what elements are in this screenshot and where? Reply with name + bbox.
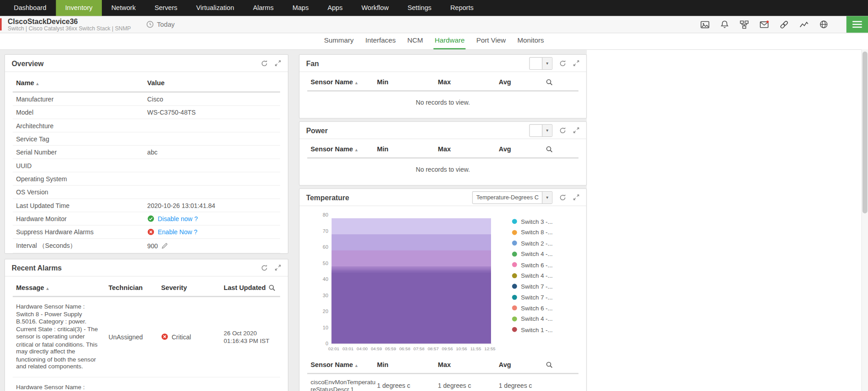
expand-icon[interactable] [573, 127, 580, 134]
column-sensor-name[interactable]: Sensor Name▴ [310, 145, 377, 153]
column-avg[interactable]: Avg [499, 145, 546, 153]
expand-icon[interactable] [275, 264, 281, 271]
globe-icon[interactable] [819, 20, 828, 29]
screenshot-icon[interactable] [700, 19, 710, 29]
expand-icon[interactable] [573, 194, 580, 201]
legend-label: Switch 1 -... [521, 326, 553, 333]
column-severity[interactable]: Severity [161, 284, 224, 291]
nav-item-apps[interactable]: Apps [318, 0, 352, 16]
search-icon[interactable] [268, 284, 276, 291]
field-link[interactable]: Disable now ? [158, 215, 198, 222]
legend-item[interactable]: Switch 6 -... [512, 259, 553, 270]
nav-item-servers[interactable]: Servers [145, 0, 187, 16]
column-avg[interactable]: Avg [499, 361, 546, 368]
field-value: Disable now ? [147, 215, 277, 222]
search-icon[interactable] [546, 361, 553, 368]
svg-text:11:55: 11:55 [470, 346, 481, 351]
chevron-down-icon: ▾ [542, 192, 552, 203]
alarm-icon[interactable] [720, 20, 729, 29]
edit-icon[interactable] [161, 242, 168, 250]
refresh-icon[interactable] [559, 59, 566, 67]
device-snapshot-icon[interactable] [739, 19, 749, 29]
alarm-message: Hardware Sensor Name : Switch 8 - Power … [16, 303, 108, 371]
chevron-down-icon: ▾ [542, 58, 552, 69]
device-name: CIscoStackDevice36 [8, 17, 131, 25]
search-icon[interactable] [546, 145, 553, 153]
expand-icon[interactable] [275, 60, 281, 67]
legend-item[interactable]: Switch 7 -... [512, 292, 553, 303]
temperature-unit-select[interactable]: Temperature-Degrees C▾ [472, 191, 553, 203]
mail-icon[interactable] [759, 19, 769, 29]
legend-item[interactable]: Switch 8 -... [512, 227, 553, 238]
search-icon[interactable] [546, 78, 553, 86]
column-max[interactable]: Max [438, 145, 499, 153]
device-tab-bar: SummaryInterfacesNCMHardwarePort ViewMon… [0, 33, 868, 50]
legend-item[interactable]: Switch 2 -... [512, 238, 553, 249]
column-value[interactable]: Value [147, 79, 164, 87]
table-header-row: Name▴ Value [13, 74, 280, 92]
tab-monitors[interactable]: Monitors [516, 33, 545, 49]
column-max[interactable]: Max [438, 78, 499, 86]
field-link[interactable]: Enable Now ? [158, 229, 198, 236]
refresh-icon[interactable] [261, 59, 268, 67]
column-sensor-name[interactable]: Sensor Name▴ [310, 78, 377, 86]
column-last-updated[interactable]: Last Updated [224, 284, 268, 291]
table-row: ciscoEnvMonTemperatureStatusDescr.1 1 de… [307, 374, 578, 391]
panel-tools [261, 59, 281, 67]
nav-item-reports[interactable]: Reports [441, 0, 483, 16]
panel-tools: ▾ [529, 57, 579, 69]
svg-text:04:59: 04:59 [371, 346, 382, 351]
nav-item-dashboard[interactable]: Dashboard [5, 0, 56, 16]
refresh-icon[interactable] [559, 127, 566, 134]
nav-item-settings[interactable]: Settings [398, 0, 441, 16]
tab-port-view[interactable]: Port View [475, 33, 507, 49]
power-view-select[interactable]: ▾ [529, 124, 552, 136]
legend-item[interactable]: Switch 4 -... [512, 270, 553, 281]
scrollbar[interactable] [861, 49, 868, 391]
time-filter[interactable]: Today [147, 20, 175, 28]
legend-item[interactable]: Switch 4 -... [512, 314, 553, 324]
column-sensor-name[interactable]: Sensor Name▴ [310, 361, 377, 368]
panel-header: Temperature Temperature-Degrees C▾ [300, 189, 587, 206]
tab-summary[interactable]: Summary [323, 33, 355, 49]
refresh-icon[interactable] [559, 194, 566, 201]
nav-item-virtualization[interactable]: Virtualization [187, 0, 243, 16]
cross-circle-icon [147, 228, 154, 236]
min-cell: 1 degrees c [377, 382, 438, 389]
tab-hardware[interactable]: Hardware [434, 33, 466, 49]
column-message[interactable]: Message▴ [16, 284, 108, 291]
column-technician[interactable]: Technician [109, 284, 161, 291]
field-value: Enable Now ? [147, 228, 277, 236]
menu-button[interactable] [846, 16, 868, 33]
tab-interfaces[interactable]: Interfaces [364, 33, 397, 49]
tab-ncm[interactable]: NCM [406, 33, 424, 49]
svg-text:04:00: 04:00 [357, 346, 368, 351]
nav-item-inventory[interactable]: Inventory [56, 0, 102, 16]
legend-item[interactable]: Switch 1 -... [512, 324, 553, 335]
nav-item-workflow[interactable]: Workflow [352, 0, 398, 16]
expand-icon[interactable] [573, 60, 580, 67]
legend-item[interactable]: Switch 6 -... [512, 303, 553, 314]
overview-panel: Overview Name▴ Value ManufacturerCiscoMo… [5, 54, 289, 254]
link-icon[interactable] [779, 19, 789, 29]
column-label: Min [377, 361, 388, 368]
refresh-icon[interactable] [261, 264, 268, 271]
scrollbar-thumb[interactable] [863, 52, 868, 213]
field-label: Hardware Monitor [16, 215, 147, 222]
nav-item-alarms[interactable]: Alarms [243, 0, 283, 16]
nav-item-network[interactable]: Network [102, 0, 145, 16]
nav-item-maps[interactable]: Maps [283, 0, 318, 16]
column-label: Avg [499, 361, 511, 368]
column-min[interactable]: Min [377, 361, 438, 368]
column-max[interactable]: Max [438, 361, 499, 368]
column-min[interactable]: Min [377, 145, 438, 153]
performance-graph-icon[interactable] [799, 19, 809, 29]
column-name[interactable]: Name▴ [16, 79, 147, 87]
fan-view-select[interactable]: ▾ [529, 57, 552, 69]
legend-item[interactable]: Switch 4 -... [512, 249, 553, 260]
column-min[interactable]: Min [377, 78, 438, 86]
column-avg[interactable]: Avg [499, 78, 546, 86]
overview-table-body: ManufacturerCiscoModelWS-C3750-48TSArchi… [5, 92, 288, 253]
legend-item[interactable]: Switch 3 -... [512, 216, 553, 227]
legend-item[interactable]: Switch 7 -... [512, 281, 553, 292]
